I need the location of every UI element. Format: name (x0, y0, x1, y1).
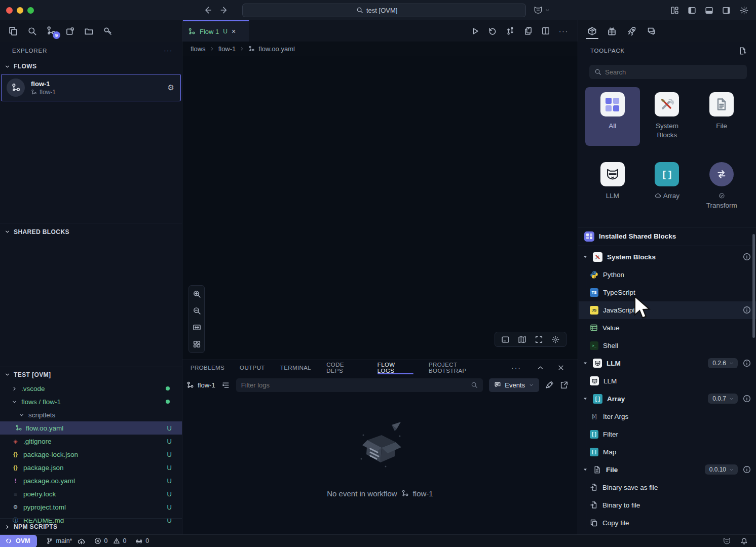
toggle-sidebar-icon[interactable] (688, 6, 696, 15)
file-row-flows-flow-1[interactable]: flows / flow-1 (0, 395, 182, 408)
tab-problems[interactable]: PROBLEMS (191, 360, 224, 375)
file-row-package-json[interactable]: {} package.jsonU (0, 461, 182, 474)
group-file[interactable]: File 0.0.10 (578, 461, 756, 479)
problems-status[interactable]: 0 0 (94, 537, 126, 544)
info-icon[interactable] (743, 465, 751, 474)
export-icon[interactable] (523, 26, 533, 35)
llm-version-dropdown[interactable]: 0.2.6 (708, 358, 738, 368)
maximize-panel-icon[interactable] (537, 364, 544, 372)
explorer-icon[interactable] (8, 26, 18, 36)
blocks-view-icon[interactable] (65, 26, 75, 36)
workspace-section-header[interactable]: TEST [OVM] (0, 367, 182, 382)
nav-back-icon[interactable] (204, 6, 213, 15)
file-row-package-oo-yaml[interactable]: ! package.oo.yamlU (0, 474, 182, 487)
compare-changes-icon[interactable] (506, 26, 515, 35)
tab-project-bootstrap[interactable]: PROJECT BOOTSTRAP (429, 360, 496, 375)
customize-layout-icon[interactable] (670, 6, 679, 15)
block-item-javascript[interactable]: JS JavaScript (579, 301, 756, 319)
tile-system-blocks[interactable]: System Blocks (640, 87, 695, 146)
block-item-filter[interactable]: [ ] Filter (586, 425, 756, 443)
clear-logs-icon[interactable] (545, 381, 554, 389)
file-row-flow-oo-yaml[interactable]: flow.oo.yamlU (0, 421, 182, 435)
close-window-button[interactable] (6, 7, 13, 14)
export-logs-icon[interactable] (560, 381, 569, 389)
toggle-secondary-sidebar-icon[interactable] (722, 6, 731, 15)
tile-file[interactable]: File (694, 87, 749, 146)
shared-blocks-section-header[interactable]: SHARED BLOCKS (0, 223, 182, 236)
fullscreen-icon[interactable] (535, 335, 543, 344)
log-level-icon[interactable] (221, 381, 230, 389)
more-actions-icon[interactable]: ··· (559, 27, 569, 35)
settings-gear-icon[interactable] (739, 6, 749, 15)
flow-canvas[interactable] (182, 56, 578, 360)
close-panel-icon[interactable] (557, 364, 564, 371)
file-row-scriptlets[interactable]: scriptlets (0, 408, 182, 421)
comments-tab-icon[interactable] (647, 20, 656, 42)
zoom-out-icon[interactable] (193, 306, 201, 315)
file-row-poetry-lock[interactable]: ≡ poetry.lockU (0, 487, 182, 500)
close-tab-icon[interactable]: × (232, 27, 236, 35)
block-item-python[interactable]: Python (586, 266, 756, 284)
rerun-icon[interactable] (488, 26, 497, 35)
toggle-panel-icon[interactable] (705, 6, 713, 15)
flows-section-header[interactable]: FLOWS (0, 60, 182, 73)
group-system-blocks[interactable]: System Blocks (578, 248, 756, 266)
block-item-copy-file[interactable]: Copy file (586, 514, 756, 532)
filter-logs-box[interactable] (236, 378, 483, 392)
deploy-tab-icon[interactable] (627, 20, 636, 42)
tile-llm[interactable]: LLM (585, 157, 640, 216)
filter-logs-input[interactable] (241, 381, 467, 389)
notifications-bell-icon[interactable] (740, 537, 748, 545)
minimize-window-button[interactable] (17, 7, 23, 14)
folder-view-icon[interactable] (84, 26, 94, 36)
mascot-cat-icon[interactable] (723, 537, 731, 545)
flow-list-item-flow-1[interactable]: flow-1 flow-1 ⚙ (1, 74, 181, 101)
block-item-iter-args[interactable]: [x] Iter Args (586, 408, 756, 425)
toolpack-search-box[interactable] (589, 65, 747, 79)
new-toolpack-icon[interactable] (738, 47, 747, 55)
file-version-dropdown[interactable]: 0.0.10 (705, 464, 738, 475)
info-icon[interactable] (743, 395, 751, 403)
keys-view-icon[interactable] (103, 26, 112, 36)
assistant-menu[interactable] (533, 5, 550, 15)
run-flow-icon[interactable] (471, 27, 479, 35)
nav-forward-icon[interactable] (220, 6, 229, 15)
breadcrumb-flow-1[interactable]: flow-1 (218, 45, 236, 53)
toolpack-tab-icon[interactable] (587, 20, 597, 42)
tab-code-deps[interactable]: CODE DEPS (326, 360, 362, 375)
window-controls[interactable] (6, 7, 34, 14)
flow-settings-gear-icon[interactable]: ⚙ (168, 83, 174, 92)
command-center-input[interactable] (366, 7, 412, 14)
block-item-value[interactable]: Value (586, 319, 756, 337)
panel-more-icon[interactable]: ··· (511, 364, 521, 372)
block-item-typescript[interactable]: TS TypeScript (586, 284, 756, 301)
tile-all[interactable]: All (585, 87, 640, 146)
tile-transform[interactable]: Transform (694, 157, 749, 216)
split-editor-icon[interactable] (541, 26, 550, 35)
search-view-icon[interactable] (27, 26, 37, 36)
fit-view-icon[interactable] (193, 323, 201, 332)
block-item-shell[interactable]: >_ Shell (586, 337, 756, 355)
panel-toggle-icon[interactable] (501, 335, 510, 344)
auto-layout-icon[interactable] (193, 340, 201, 348)
zoom-window-button[interactable] (27, 7, 34, 14)
tile-array[interactable]: [ ] Array (640, 157, 695, 216)
tab-flow-1[interactable]: Flow 1 U × (183, 20, 249, 42)
group-llm[interactable]: LLM 0.2.6 (578, 355, 756, 372)
panel-scrollbar[interactable] (752, 234, 755, 338)
tab-flow-logs[interactable]: FLOW LOGS (377, 360, 413, 375)
info-icon[interactable] (743, 306, 751, 314)
info-icon[interactable] (743, 359, 751, 367)
tab-output[interactable]: OUTPUT (240, 360, 265, 375)
group-array[interactable]: [ ] Array 0.0.7 (578, 390, 756, 408)
breadcrumb-file[interactable]: flow.oo.yaml (258, 45, 295, 53)
breadcrumb-flows[interactable]: flows (191, 45, 206, 53)
toolpack-search-input[interactable] (605, 68, 742, 76)
minimap-icon[interactable] (518, 335, 526, 344)
events-dropdown[interactable]: Events (489, 378, 539, 392)
block-item-map[interactable]: [ ] Map (586, 443, 756, 461)
npm-scripts-section-header[interactable]: NPM SCRIPTS (0, 518, 182, 531)
command-center-search[interactable] (242, 4, 526, 17)
block-item-binary-to-file[interactable]: Binary to file (586, 496, 756, 514)
file-row-gitignore[interactable]: ◈ .gitignoreU (0, 435, 182, 448)
